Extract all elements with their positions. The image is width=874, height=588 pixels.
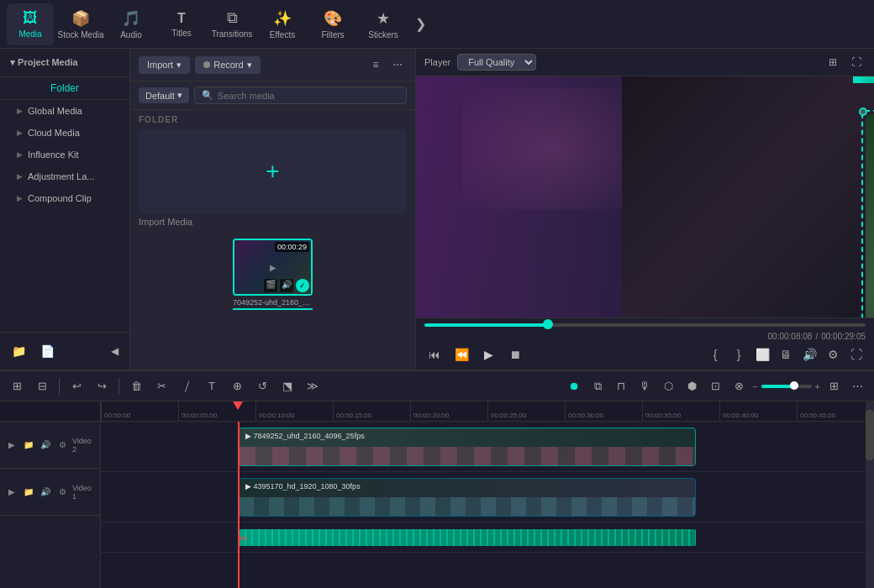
phone-overlay-clip: ✎ <box>866 114 874 318</box>
separator <box>118 378 119 395</box>
player-controls: 00:00:08:08 / 00:00:29:05 ⏮ ⏪ ▶ ⏹ { } ⬜ … <box>416 318 874 370</box>
sidebar-item-global-media[interactable]: ▶ Global Media <box>0 100 129 122</box>
collapse-panel-button[interactable]: ◀ <box>106 339 123 363</box>
sort-icon[interactable]: ≡ <box>366 55 385 74</box>
skip-back-button[interactable]: ⏮ <box>424 344 445 365</box>
new-item-button[interactable]: 📄 <box>35 339 59 363</box>
video2-clip[interactable]: ▶ 7849252_uhd_2160_4096_25fps <box>238 428 696 466</box>
media-thumbnail[interactable]: ▶ 00:00:29 🎬 🔊 ✓ 7049252-uhd_2160_4095_2… <box>139 239 407 310</box>
more-tools-button[interactable]: ≫ <box>303 376 323 396</box>
timeline-tracks[interactable]: 00:00:00 00:00:05:00 00:00:10:00 00:00:1… <box>101 402 874 588</box>
rotate-button[interactable]: ↺ <box>252 376 272 396</box>
default-dropdown[interactable]: Default ▾ <box>139 87 189 103</box>
clip-filename-label: 7049252-uhd_2160_4095_25... <box>233 298 313 307</box>
tool-media[interactable]: 🖼 Media <box>7 3 54 45</box>
stabilize-button[interactable]: ⬢ <box>682 376 702 396</box>
tool-audio[interactable]: 🎵 Audio <box>108 3 155 45</box>
zoom-minus-icon[interactable]: − <box>752 381 757 391</box>
delete-button[interactable]: 🗑 <box>126 376 146 396</box>
frame-back-button[interactable]: ⏪ <box>451 344 471 365</box>
color-button[interactable]: ⊗ <box>729 376 749 396</box>
more-options-icon[interactable]: ⋯ <box>388 55 407 74</box>
sidebar-item-influence-kit[interactable]: ▶ Influence Kit <box>0 144 129 165</box>
stop-button[interactable]: ⏹ <box>505 344 525 365</box>
tool-titles[interactable]: T Titles <box>158 3 205 45</box>
thumb-image[interactable]: ▶ 00:00:29 🎬 🔊 ✓ <box>233 239 313 296</box>
thumb-overlay-icons: 🎬 🔊 ✓ <box>264 279 309 292</box>
subtitle-button[interactable]: ⊡ <box>705 376 725 396</box>
add-button[interactable]: ⊕ <box>227 376 247 396</box>
ruler-mark-8: 00:00:40:00 <box>719 402 797 421</box>
track-area: ▶ 7849252_uhd_2160_4096_25fps ▶ 4395170_… <box>101 422 874 588</box>
play-button[interactable]: ▶ <box>478 344 498 365</box>
mark-in-button[interactable]: { <box>706 345 724 364</box>
timeline-grid-button[interactable]: ⊟ <box>32 376 52 396</box>
grid-view-icon[interactable]: ⊞ <box>824 53 842 71</box>
folder-tab[interactable]: Folder <box>0 77 129 100</box>
tool-transitions[interactable]: ⧉ Transitions <box>208 3 255 45</box>
mark-out-button[interactable]: } <box>729 345 748 364</box>
media-sub-toolbar: Default ▾ 🔍 <box>130 81 415 110</box>
audio-clip[interactable] <box>238 529 696 546</box>
tool-effects[interactable]: ✨ Effects <box>259 3 306 45</box>
clip-type-icon: 🎬 <box>264 279 277 292</box>
redo-button[interactable]: ↪ <box>92 376 112 396</box>
tool-filters[interactable]: 🎨 Filters <box>309 3 356 45</box>
tool-stickers[interactable]: ★ Stickers <box>360 3 407 45</box>
fullscreen-player-button[interactable]: ⛶ <box>847 345 866 364</box>
progress-fill <box>424 323 548 327</box>
record-timeline-button[interactable]: ⏺ <box>564 376 584 396</box>
cut-button[interactable]: ✂ <box>151 376 171 396</box>
sidebar-item-cloud-media[interactable]: ▶ Cloud Media <box>0 122 129 144</box>
media-panel-icons: ≡ ⋯ <box>366 55 407 74</box>
new-folder-button[interactable]: 📁 <box>7 339 30 363</box>
total-time: 00:00:29:05 <box>821 332 866 341</box>
zoom-handle[interactable] <box>790 381 798 390</box>
sidebar-item-adjustment[interactable]: ▶ Adjustment La... <box>0 165 129 187</box>
sidebar-item-compound-clip[interactable]: ▶ Compound Clip <box>0 187 129 209</box>
timeline-snap-button[interactable]: ⊞ <box>7 376 27 396</box>
timeline-scrollbar[interactable] <box>866 402 874 588</box>
zoom-plus-icon[interactable]: + <box>815 381 820 391</box>
clip-audio-icon: 🔊 <box>280 279 293 292</box>
settings-icon[interactable]: ⚙ <box>824 345 842 364</box>
player-panel: Player Full Quality 1/2 Quality 1/4 Qual… <box>416 49 874 370</box>
left-panel: ▾ Project Media Folder ▶ Global Media ▶ … <box>0 49 130 370</box>
crop-button[interactable]: ⬜ <box>753 345 771 364</box>
project-media-header: ▾ Project Media <box>0 49 129 77</box>
controls-row: ⏮ ⏪ ▶ ⏹ { } ⬜ 🖥 🔊 ⚙ ⛶ <box>424 344 866 365</box>
fullscreen-icon[interactable]: ⛶ <box>847 53 866 71</box>
clip-selected-underline <box>233 308 313 310</box>
import-button[interactable]: Import ▾ <box>139 56 190 74</box>
video1-clip[interactable]: ▶ 4395170_hd_1920_1080_30fps <box>238 478 696 517</box>
import-placeholder[interactable]: + <box>139 129 407 213</box>
expand-tools-arrow[interactable]: ❯ <box>410 14 430 34</box>
search-input[interactable] <box>218 91 399 101</box>
tool-stock-media[interactable]: 📦 Stock Media <box>57 3 104 45</box>
layout-button[interactable]: ⊞ <box>824 376 844 396</box>
split-audio-button[interactable]: ⊓ <box>611 376 631 396</box>
screen-button[interactable]: 🖥 <box>777 345 795 364</box>
player-progress-bar[interactable] <box>424 323 866 327</box>
zoom-track[interactable] <box>761 385 812 388</box>
ruler-header <box>0 402 100 422</box>
split-button[interactable]: ⧸ <box>176 376 197 396</box>
zoom-slider[interactable]: − + <box>752 381 820 391</box>
transform-button[interactable]: ⬔ <box>277 376 297 396</box>
settings-track-icon: ⚙ <box>55 438 69 452</box>
quality-select[interactable]: Full Quality 1/2 Quality 1/4 Quality <box>457 54 536 71</box>
track-label-video2: Video 2 <box>72 437 95 454</box>
scrollbar-thumb[interactable] <box>866 410 874 460</box>
auto-cut-button[interactable]: ⬡ <box>658 376 678 396</box>
text-button[interactable]: T <box>202 376 222 396</box>
record-button[interactable]: Record ▾ <box>195 56 260 74</box>
audio-mic-button[interactable]: 🎙 <box>634 376 655 396</box>
snap-enable-button[interactable]: ⧉ <box>587 376 608 396</box>
more-button[interactable]: ⋯ <box>847 376 867 396</box>
progress-handle[interactable] <box>543 319 553 329</box>
volume-icon[interactable]: 🔊 <box>800 345 819 364</box>
audio-waveform <box>238 529 696 546</box>
undo-button[interactable]: ↩ <box>66 376 87 396</box>
player-label: Player <box>424 57 450 67</box>
audio-icon: 🎵 <box>122 9 140 28</box>
